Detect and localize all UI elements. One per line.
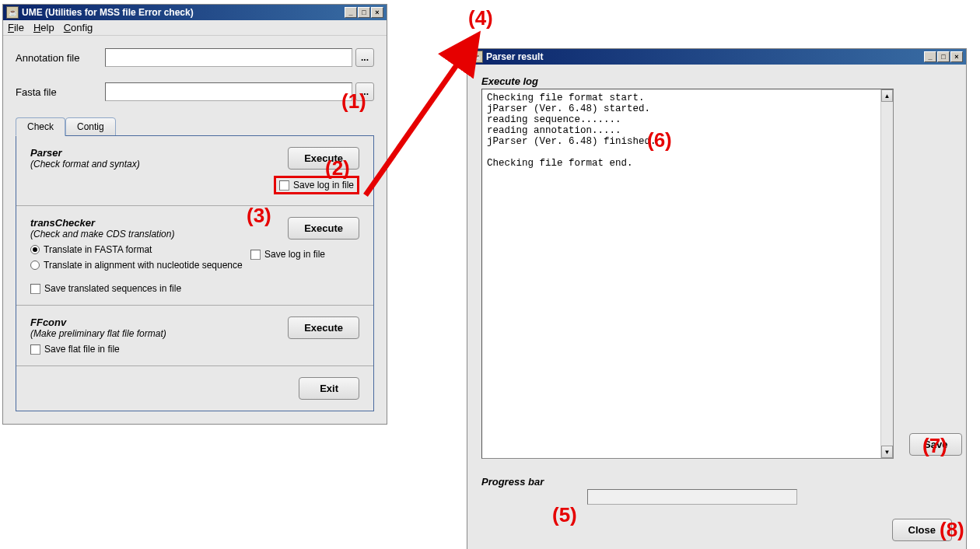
java-icon: ☕ xyxy=(6,6,19,19)
annotation-4: (4) xyxy=(468,6,493,30)
transchecker-subtitle: (Check and make CDS translation) xyxy=(30,229,250,240)
parser-title: Parser xyxy=(30,147,140,159)
close-window-button[interactable]: × xyxy=(371,7,383,18)
parser-subtitle: (Check format and syntax) xyxy=(30,159,140,170)
save-button[interactable]: Save xyxy=(909,433,962,456)
scroll-down-icon[interactable]: ▼ xyxy=(881,446,893,458)
execute-log-area: Checking file format start. jParser (Ver… xyxy=(481,89,894,459)
radio-fasta-label: Translate in FASTA format xyxy=(44,244,152,255)
annotation-browse-button[interactable]: ... xyxy=(355,48,374,67)
minimize-button[interactable]: _ xyxy=(345,7,357,18)
parser-maximize-button[interactable]: □ xyxy=(937,51,950,62)
transchecker-savelog-checkbox[interactable] xyxy=(250,250,261,260)
scroll-up-icon[interactable]: ▲ xyxy=(881,89,893,102)
transchecker-execute-button[interactable]: Execute xyxy=(288,217,359,240)
execute-log-label: Execute log xyxy=(481,75,894,87)
parser-result-window: ☕ Parser result _ □ × Execute log Checki… xyxy=(467,48,967,549)
ume-window-title: UME (Utilities for MSS file Error check) xyxy=(22,7,345,18)
fasta-file-label: Fasta file xyxy=(16,86,105,98)
menubar: File Help Config xyxy=(3,20,387,36)
radio-fasta-format[interactable] xyxy=(30,245,40,254)
exit-button[interactable]: Exit xyxy=(299,377,359,400)
radio-alignment[interactable] xyxy=(30,261,40,270)
ffconv-execute-button[interactable]: Execute xyxy=(288,316,359,339)
menu-config[interactable]: Config xyxy=(64,22,93,33)
save-translated-label: Save translated sequences in file xyxy=(44,283,181,294)
parser-titlebar: ☕ Parser result _ □ × xyxy=(467,49,966,65)
transchecker-title: transChecker xyxy=(30,217,250,229)
parser-execute-button[interactable]: Execute xyxy=(288,147,359,170)
annotation-file-input[interactable] xyxy=(105,48,352,67)
fasta-browse-button[interactable]: ... xyxy=(355,82,374,101)
maximize-button[interactable]: □ xyxy=(358,7,370,18)
menu-help[interactable]: Help xyxy=(33,22,54,33)
parser-savelog-label: Save log in file xyxy=(293,180,354,191)
tab-check[interactable]: Check xyxy=(16,117,65,136)
save-flat-label: Save flat file in file xyxy=(44,344,120,355)
radio-alignment-label: Translate in alignment with nucleotide s… xyxy=(44,260,243,271)
parser-savelog-checkbox[interactable] xyxy=(279,180,289,191)
java-icon: ☕ xyxy=(471,51,483,63)
close-button[interactable]: Close xyxy=(892,519,952,541)
execute-log-text[interactable]: Checking file format start. jParser (Ver… xyxy=(482,89,880,458)
log-scrollbar[interactable]: ▲ ▼ xyxy=(880,89,893,458)
menu-file[interactable]: File xyxy=(8,22,24,33)
ume-window: ☕ UME (Utilities for MSS file Error chec… xyxy=(2,4,387,425)
annotation-file-label: Annotation file xyxy=(16,52,105,64)
tab-content-check: Parser (Check format and syntax) Execute… xyxy=(16,135,374,411)
parser-close-window-button[interactable]: × xyxy=(950,51,963,62)
transchecker-savelog-label: Save log in file xyxy=(264,249,325,260)
parser-savelog-highlight: Save log in file xyxy=(274,176,359,194)
progress-bar-label: Progress bar xyxy=(481,476,952,488)
parser-minimize-button[interactable]: _ xyxy=(924,51,936,62)
save-translated-checkbox[interactable] xyxy=(30,284,40,294)
ume-titlebar: ☕ UME (Utilities for MSS file Error chec… xyxy=(3,5,387,20)
ffconv-section: FFconv (Make preliminary flat file forma… xyxy=(16,306,373,366)
ffconv-subtitle: (Make preliminary flat file format) xyxy=(30,328,166,339)
fasta-file-input[interactable] xyxy=(105,82,352,101)
tab-contig[interactable]: Contig xyxy=(65,117,116,136)
save-flat-checkbox[interactable] xyxy=(30,344,40,355)
ffconv-title: FFconv xyxy=(30,316,166,328)
parser-window-title: Parser result xyxy=(486,51,924,62)
transchecker-section: transChecker (Check and make CDS transla… xyxy=(16,206,373,306)
parser-section: Parser (Check format and syntax) Execute… xyxy=(16,136,373,206)
progress-bar xyxy=(587,489,797,505)
